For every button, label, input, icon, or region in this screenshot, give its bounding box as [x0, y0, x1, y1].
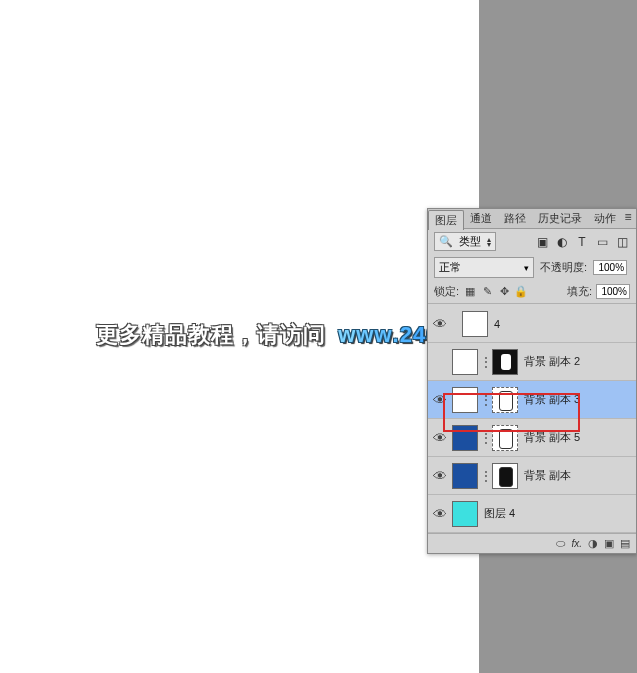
opacity-input[interactable]: [593, 260, 627, 275]
filter-type-icon[interactable]: T: [574, 234, 590, 250]
kind-label: 类型: [459, 234, 481, 249]
link-layers-icon[interactable]: ⬭: [556, 537, 565, 550]
tab-actions[interactable]: 动作: [588, 209, 622, 228]
link-icon: ⋮: [480, 469, 490, 483]
lock-pixels-icon[interactable]: ✎: [480, 285, 494, 299]
layer-name[interactable]: 背景 副本 5: [524, 430, 580, 445]
layer-row[interactable]: 👁 图层 4: [428, 495, 636, 533]
watermark-text: 更多精品教程，请访问: [96, 322, 326, 347]
visibility-icon[interactable]: 👁: [432, 316, 448, 332]
panel-menu-icon[interactable]: ≡: [621, 210, 635, 224]
layer-thumb[interactable]: [452, 387, 478, 413]
new-group-icon[interactable]: ▣: [604, 537, 614, 550]
tab-history[interactable]: 历史记录: [532, 209, 588, 228]
opacity-label: 不透明度:: [540, 260, 587, 275]
tab-layers[interactable]: 图层: [428, 210, 464, 230]
layer-mask[interactable]: [492, 349, 518, 375]
blend-mode-value: 正常: [439, 260, 461, 275]
fill-input[interactable]: [596, 284, 630, 299]
filter-shape-icon[interactable]: ▭: [594, 234, 610, 250]
lock-all-icon[interactable]: 🔒: [514, 285, 528, 299]
divider: [428, 303, 636, 304]
layer-mask[interactable]: [492, 463, 518, 489]
lock-label: 锁定:: [434, 284, 459, 299]
filter-adjust-icon[interactable]: ◐: [554, 234, 570, 250]
layer-row[interactable]: 👁 ⋮ 背景 副本: [428, 457, 636, 495]
layer-name[interactable]: 背景 副本 2: [524, 354, 580, 369]
filter-smart-icon[interactable]: ◫: [614, 234, 630, 250]
visibility-icon[interactable]: 👁: [432, 506, 448, 522]
search-icon: 🔍: [439, 235, 453, 248]
fx-icon[interactable]: fx.: [571, 538, 582, 549]
layer-name[interactable]: 4: [494, 318, 500, 330]
layer-thumb[interactable]: [452, 501, 478, 527]
dropdown-icon: ▾: [524, 263, 529, 273]
tab-channels[interactable]: 通道: [464, 209, 498, 228]
link-icon: ⋮: [480, 393, 490, 407]
mask-icon[interactable]: ◑: [588, 537, 598, 550]
dropdown-arrows-icon: ▴▾: [487, 237, 491, 247]
link-icon: ⋮: [480, 355, 490, 369]
filter-image-icon[interactable]: ▣: [534, 234, 550, 250]
layer-row[interactable]: 👁 ⋮ 背景 副本 5: [428, 419, 636, 457]
lock-row: 锁定: ▦ ✎ ✥ 🔒 填充:: [428, 281, 636, 302]
blend-row: 正常 ▾ 不透明度:: [428, 254, 636, 281]
new-layer-icon[interactable]: ▤: [620, 537, 630, 550]
layers-list: 👁 4 👁 ⋮ 背景 副本 2 👁 ⋮ 背景 副本 3 👁: [428, 305, 636, 533]
filter-row: 🔍 类型 ▴▾ ▣ ◐ T ▭ ◫: [428, 229, 636, 254]
link-icon: ⋮: [480, 431, 490, 445]
layer-name[interactable]: 图层 4: [484, 506, 515, 521]
panel-tabs: 图层 通道 路径 历史记录 动作: [428, 209, 636, 229]
layers-panel: 图层 通道 路径 历史记录 动作 🔍 类型 ▴▾ ▣ ◐ T ▭ ◫ 正常 ▾ …: [427, 208, 637, 554]
kind-filter[interactable]: 🔍 类型 ▴▾: [434, 232, 496, 251]
blend-mode-select[interactable]: 正常 ▾: [434, 257, 534, 278]
layer-thumb[interactable]: [452, 349, 478, 375]
layer-mask[interactable]: [492, 387, 518, 413]
layer-thumb[interactable]: [462, 311, 488, 337]
tab-paths[interactable]: 路径: [498, 209, 532, 228]
visibility-icon[interactable]: 👁: [432, 392, 448, 408]
action-bar: ⬭ fx. ◑ ▣ ▤: [428, 533, 636, 553]
layer-thumb[interactable]: [452, 425, 478, 451]
lock-position-icon[interactable]: ✥: [497, 285, 511, 299]
layer-mask[interactable]: [492, 425, 518, 451]
lock-icons: ▦ ✎ ✥ 🔒: [463, 285, 528, 299]
fill-label: 填充:: [567, 284, 592, 299]
layer-row[interactable]: 👁 ⋮ 背景 副本 3: [428, 381, 636, 419]
layer-name[interactable]: 背景 副本 3: [524, 392, 580, 407]
lock-transparent-icon[interactable]: ▦: [463, 285, 477, 299]
layer-name[interactable]: 背景 副本: [524, 468, 571, 483]
visibility-icon[interactable]: 👁: [432, 468, 448, 484]
visibility-icon[interactable]: 👁: [432, 430, 448, 446]
layer-row[interactable]: 👁 ⋮ 背景 副本 2: [428, 343, 636, 381]
layer-thumb[interactable]: [452, 463, 478, 489]
layer-row[interactable]: 👁 4: [428, 305, 636, 343]
